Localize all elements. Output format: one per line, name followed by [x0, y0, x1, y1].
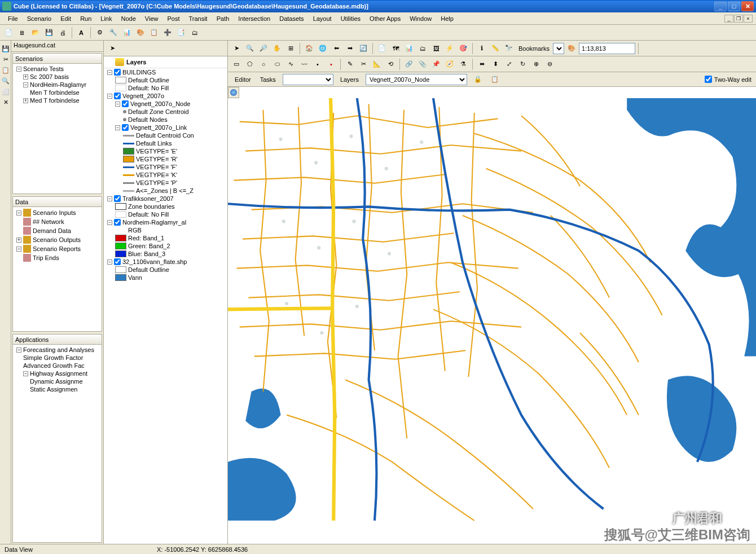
expand-icon[interactable]: −: [115, 102, 120, 107]
tool-icon[interactable]: ⚡: [443, 42, 456, 55]
pan-icon[interactable]: ✋: [271, 42, 283, 55]
layer-visibility-checkbox[interactable]: [114, 93, 121, 99]
rectangle-icon[interactable]: ▭: [230, 58, 243, 71]
layer-visibility-checkbox[interactable]: [122, 124, 129, 131]
expand-icon[interactable]: −: [107, 260, 112, 265]
layer-group[interactable]: −Vegnett_2007o_Link: [104, 124, 227, 131]
edit-tool-icon[interactable]: ↻: [516, 58, 529, 71]
mdi-restore-button[interactable]: ❐: [734, 15, 743, 23]
window-minimize-button[interactable]: _: [714, 1, 727, 11]
tree-item[interactable]: −Scenario Inputs: [14, 208, 100, 217]
edit-tool-icon[interactable]: ⬌: [476, 58, 488, 71]
menu-item[interactable]: Link: [96, 14, 116, 23]
curve-icon[interactable]: 〰: [298, 58, 310, 71]
menu-item[interactable]: Post: [162, 14, 184, 23]
edit-tool-icon[interactable]: 📌: [430, 58, 442, 71]
tree-root[interactable]: −Forecasting and Analyses: [14, 346, 100, 354]
print-icon[interactable]: 🖨: [56, 27, 69, 39]
zoom-out-icon[interactable]: 🔎: [257, 42, 270, 55]
save-icon[interactable]: 💾: [1, 43, 11, 54]
layer-visibility-checkbox[interactable]: [114, 258, 121, 265]
layer-group[interactable]: −BUILDINGS: [104, 68, 227, 76]
editor-label[interactable]: Editor: [232, 76, 253, 83]
zoom-in-icon[interactable]: 🔍: [244, 42, 256, 55]
tool-icon[interactable]: 🗂: [188, 27, 201, 39]
tree-item[interactable]: Trip Ends: [14, 253, 100, 262]
ellipse-icon[interactable]: ⬭: [271, 58, 283, 71]
tool-icon[interactable]: 🔍: [1, 76, 11, 86]
menu-item[interactable]: Scenario: [23, 14, 56, 23]
tree-item[interactable]: −Scenario Reports: [14, 244, 100, 253]
point-icon[interactable]: •: [325, 58, 337, 71]
expand-icon[interactable]: −: [107, 196, 112, 201]
tool-icon[interactable]: 🎨: [134, 27, 147, 39]
open-folder-icon[interactable]: 📂: [29, 27, 42, 39]
tool-icon[interactable]: 🗂: [416, 42, 429, 55]
layer-group[interactable]: −Vegnett_2007o: [104, 92, 227, 100]
menu-item[interactable]: Intersection: [234, 14, 275, 23]
pointer-icon[interactable]: ➤: [106, 42, 118, 55]
expand-icon[interactable]: −: [107, 70, 112, 75]
back-icon[interactable]: ⬅: [330, 42, 342, 55]
expand-icon[interactable]: −: [115, 125, 120, 130]
menu-item[interactable]: Path: [212, 14, 234, 23]
find-icon[interactable]: 🔭: [503, 42, 515, 55]
edit-tool-icon[interactable]: ⊕: [530, 58, 542, 71]
mdi-minimize-button[interactable]: _: [724, 15, 733, 23]
tree-item[interactable]: Advanced Growth Fac: [14, 362, 100, 370]
refresh-icon[interactable]: 🔄: [357, 42, 370, 55]
tool-icon[interactable]: 📑: [175, 27, 187, 39]
save-icon[interactable]: 💾: [43, 27, 55, 39]
menu-item[interactable]: Layout: [309, 14, 336, 23]
edit-tool-icon[interactable]: ⟲: [384, 58, 397, 71]
tree-item[interactable]: ## Network: [14, 217, 100, 226]
tool-icon[interactable]: 📋: [489, 73, 501, 86]
tasks-dropdown[interactable]: [283, 74, 333, 85]
tool-icon[interactable]: 🔒: [472, 73, 484, 86]
edit-tool-icon[interactable]: 🔗: [403, 58, 415, 71]
new-file-icon[interactable]: 📄: [2, 27, 15, 39]
status-tab-label[interactable]: Data View: [5, 546, 33, 553]
tree-item[interactable]: −Highway Assignment: [14, 370, 100, 377]
tool-icon[interactable]: 🖼: [430, 42, 442, 55]
pointer-icon[interactable]: ➤: [230, 42, 243, 55]
tool-icon[interactable]: 📊: [121, 27, 133, 39]
circle-icon[interactable]: ○: [257, 58, 270, 71]
menu-item[interactable]: Utilities: [336, 14, 365, 23]
edit-tool-icon[interactable]: ⊖: [543, 58, 556, 71]
font-icon[interactable]: A: [75, 27, 87, 39]
edit-tool-icon[interactable]: ✎: [344, 58, 356, 71]
tree-item[interactable]: −NordHeim-Raglamyr: [14, 81, 100, 89]
tool-icon[interactable]: 🎨: [565, 42, 578, 55]
tree-root[interactable]: −Scenario Tests: [14, 65, 100, 73]
tree-item[interactable]: Simple Growth Factor: [14, 354, 100, 362]
tree-item[interactable]: Dynamic Assignme: [14, 377, 100, 385]
edit-tool-icon[interactable]: ⬍: [489, 58, 502, 71]
tool-icon[interactable]: 📊: [403, 42, 415, 55]
tool-icon[interactable]: 🔧: [107, 27, 120, 39]
tool-icon[interactable]: 🎯: [457, 42, 469, 55]
tree-item[interactable]: Demand Data: [14, 226, 100, 235]
tool-icon[interactable]: ⚙: [94, 27, 106, 39]
menu-item[interactable]: Edit: [56, 14, 76, 23]
tool-icon[interactable]: 📋: [1, 65, 11, 75]
layer-visibility-checkbox[interactable]: [114, 69, 121, 76]
tool-icon[interactable]: ➕: [161, 27, 174, 39]
edit-tool-icon[interactable]: 📐: [371, 58, 383, 71]
edit-tool-icon[interactable]: 📎: [416, 58, 429, 71]
tree-item[interactable]: Static Assignmen: [14, 385, 100, 393]
menu-item[interactable]: View: [140, 14, 163, 23]
layer-visibility-checkbox[interactable]: [114, 195, 121, 202]
layer-group[interactable]: −Nordheim-Raglamyr_al: [104, 218, 227, 226]
layer-group[interactable]: −32_1106vann_flate.shp: [104, 258, 227, 266]
menu-item[interactable]: Other Apps: [365, 14, 405, 23]
scale-input[interactable]: [579, 43, 635, 54]
measure-icon[interactable]: 📏: [489, 42, 502, 55]
expand-icon[interactable]: −: [107, 220, 112, 225]
tool-icon[interactable]: 🗺: [389, 42, 402, 55]
mdi-close-button[interactable]: ×: [744, 15, 753, 23]
menu-item[interactable]: Help: [436, 14, 458, 23]
tree-item[interactable]: +Med T forbindelse: [14, 96, 100, 104]
tree-item[interactable]: Men T forbindelse: [14, 89, 100, 96]
edit-tool-icon[interactable]: ⚗: [457, 58, 469, 71]
